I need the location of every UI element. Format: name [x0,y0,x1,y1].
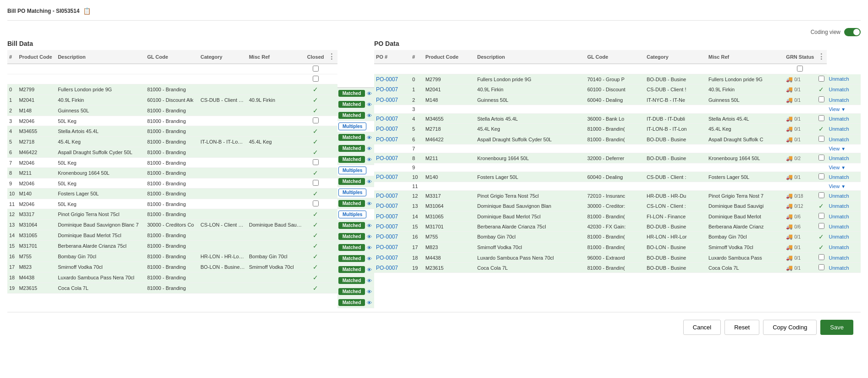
po-po-num[interactable]: PO-0007 [374,95,410,105]
po-num-link[interactable]: PO-0007 [376,126,398,132]
multiples-badge[interactable]: Multiples [338,122,366,130]
po-po-num[interactable]: PO-0007 [374,134,410,145]
po-row-checkbox[interactable] [818,76,824,82]
bill-col-dots[interactable]: ⋮ [326,50,337,64]
eye-icon[interactable]: 👁 [367,256,372,261]
po-po-num[interactable]: PO-0007 [374,232,410,242]
po-row-checkbox[interactable] [818,223,824,229]
unmatch-link[interactable]: Unmatch [829,214,849,219]
eye-icon[interactable]: 👁 [367,157,372,162]
po-po-num[interactable]: PO-0007 [374,114,410,124]
po-row-checkbox[interactable] [818,96,824,102]
po-row-checkbox[interactable] [818,264,824,270]
po-num-link[interactable]: PO-0007 [376,116,398,122]
eye-icon[interactable]: 👁 [367,91,372,96]
po-num-link[interactable]: PO-0007 [376,265,398,271]
po-header-checkbox[interactable] [797,66,803,72]
po-po-num[interactable]: PO-0007 [374,211,410,222]
po-row-checkbox[interactable] [818,254,824,260]
eye-icon[interactable]: 👁 [367,135,372,140]
chevron-down-icon[interactable]: ▼ [841,107,846,112]
unmatch-link[interactable]: Unmatch [829,116,849,122]
copy-icon[interactable]: 📋 [83,7,91,15]
eye-icon[interactable]: 👁 [367,245,372,250]
po-num-link[interactable]: PO-0007 [376,86,398,93]
po-num-link[interactable]: PO-0007 [376,223,398,230]
reset-button[interactable]: Reset [724,320,759,335]
unmatch-link[interactable]: Unmatch [829,126,849,132]
unmatch-link[interactable]: Unmatch [829,265,849,271]
bill-closed-checkbox[interactable] [313,200,319,206]
eye-icon[interactable]: 👁 [367,267,372,272]
bill-header-checkbox[interactable] [313,66,319,72]
view-link[interactable]: View [829,146,840,151]
chevron-down-icon[interactable]: ▼ [841,146,846,151]
save-button[interactable]: Save [820,320,853,335]
po-num-link[interactable]: PO-0007 [376,233,398,240]
unmatch-link[interactable]: Unmatch [829,234,849,239]
cancel-button[interactable]: Cancel [683,320,721,335]
view-link[interactable]: View [829,183,840,189]
po-po-num[interactable]: PO-0007 [374,201,410,211]
chevron-down-icon[interactable]: ▼ [841,184,846,189]
chevron-down-icon[interactable]: ▼ [841,165,846,170]
unmatch-link[interactable]: Unmatch [829,255,849,261]
unmatch-link[interactable]: Unmatch [829,76,849,82]
po-po-num[interactable]: PO-0007 [374,253,410,263]
po-po-num[interactable]: PO-0007 [374,242,410,253]
unmatch-link[interactable]: Unmatch [829,97,849,103]
copy-coding-button[interactable]: Copy Coding [763,320,817,335]
eye-icon[interactable]: 👁 [367,223,372,228]
view-link[interactable]: View [829,106,840,112]
eye-icon[interactable]: 👁 [367,289,372,295]
po-num-link[interactable]: PO-0007 [376,203,398,209]
po-po-num[interactable]: PO-0007 [374,263,410,273]
bill-closed-checkbox[interactable] [313,117,319,123]
po-num-link[interactable]: PO-0007 [376,76,398,83]
po-po-num[interactable]: PO-0007 [374,222,410,232]
po-col-dots[interactable]: ⋮ [816,50,827,64]
po-po-num[interactable]: PO-0007 [374,172,410,182]
unmatch-link[interactable]: Unmatch [829,193,849,199]
unmatch-link[interactable]: Unmatch [829,245,849,250]
po-po-num[interactable]: PO-0007 [374,191,410,201]
coding-view-toggle[interactable] [844,28,861,36]
po-row-checkbox[interactable] [818,155,824,161]
multiples-badge[interactable]: Multiples [338,167,366,174]
po-po-num[interactable]: PO-0007 [374,74,410,84]
po-po-num[interactable]: PO-0007 [374,124,410,134]
po-num-link[interactable]: PO-0007 [376,174,398,180]
eye-icon[interactable]: 👁 [367,102,372,107]
po-row-checkbox[interactable] [818,213,824,219]
unmatch-link[interactable]: Unmatch [829,137,849,142]
po-num-link[interactable]: PO-0007 [376,255,398,261]
po-num-link[interactable]: PO-0007 [376,213,398,220]
unmatch-link[interactable]: Unmatch [829,87,849,92]
eye-icon[interactable]: 👁 [367,146,372,151]
po-row-checkbox[interactable] [818,136,824,142]
bill-closed-checkbox[interactable] [313,180,319,186]
eye-icon[interactable]: 👁 [367,113,372,118]
view-link[interactable]: View [829,165,840,170]
bill-closed-checkbox[interactable] [313,76,319,82]
po-row-checkbox[interactable] [818,173,824,179]
eye-icon[interactable]: 👁 [367,278,372,284]
eye-icon[interactable]: 👁 [367,234,372,239]
po-num-link[interactable]: PO-0007 [376,97,398,103]
bill-closed-checkbox[interactable] [313,159,319,165]
eye-icon[interactable]: 👁 [367,201,372,206]
po-row-checkbox[interactable] [818,192,824,198]
eye-icon[interactable]: 👁 [367,179,372,184]
po-row-checkbox[interactable] [818,115,824,121]
po-num-link[interactable]: PO-0007 [376,193,398,199]
multiples-badge[interactable]: Multiples [338,211,366,218]
po-num-link[interactable]: PO-0007 [376,244,398,250]
po-po-num[interactable]: PO-0007 [374,153,410,163]
unmatch-link[interactable]: Unmatch [829,156,849,161]
po-num-link[interactable]: PO-0007 [376,136,398,143]
unmatch-link[interactable]: Unmatch [829,224,849,229]
unmatch-link[interactable]: Unmatch [829,203,849,209]
unmatch-link[interactable]: Unmatch [829,174,849,180]
multiples-badge[interactable]: Multiples [338,189,366,196]
eye-icon[interactable]: 👁 [367,300,372,306]
